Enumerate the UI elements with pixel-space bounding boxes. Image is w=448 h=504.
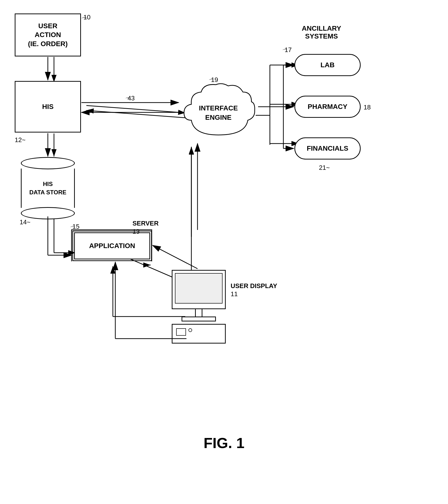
pharmacy-box: PHARMACY xyxy=(294,96,361,118)
ref-43-curve: ⌒ xyxy=(125,96,130,104)
his-data-store-label: HISDATA STORE xyxy=(29,180,66,196)
fig-label: FIG. 1 xyxy=(0,434,448,451)
his-label: HIS xyxy=(42,102,54,111)
user-action-label: USERACTION(IE. ORDER) xyxy=(28,22,68,48)
server-label: SERVER xyxy=(132,220,159,227)
financials-label: FINANCIALS xyxy=(307,144,348,153)
diagram-arrows xyxy=(0,0,448,466)
financials-box: FINANCIALS xyxy=(294,137,361,160)
lab-label: LAB xyxy=(321,61,335,70)
ref-14: 14~ xyxy=(20,218,30,226)
user-display-label: USER DISPLAY xyxy=(231,282,277,290)
ancillary-systems-label: ANCILLARYSYSTEMS xyxy=(302,25,341,40)
computer-illustration xyxy=(172,270,226,343)
arrows-svg xyxy=(0,0,448,466)
user-action-box: USERACTION(IE. ORDER) xyxy=(15,14,81,56)
ref-11: 11 xyxy=(231,290,238,298)
ref-10-curve: ⌒ xyxy=(81,16,88,25)
svg-text:ENGINE: ENGINE xyxy=(205,114,231,121)
server-bracket-top xyxy=(71,229,152,261)
svg-text:INTERFACE: INTERFACE xyxy=(199,104,238,112)
svg-line-5 xyxy=(86,110,185,118)
ref-19-curve: ⌒ xyxy=(209,78,214,85)
ref-17-curve: ⌒ xyxy=(282,48,287,55)
ref-12: 12~ xyxy=(15,136,25,144)
ref-21: 21~ xyxy=(319,164,330,172)
svg-line-34 xyxy=(153,245,197,269)
lab-box: LAB xyxy=(294,54,361,76)
interface-engine-cloud: INTERFACE ENGINE xyxy=(179,81,258,142)
svg-line-4 xyxy=(86,106,185,113)
ref-15-curve: ⌒ xyxy=(70,225,75,233)
his-data-store: HISDATA STORE xyxy=(21,157,75,219)
his-box: HIS xyxy=(15,81,81,132)
pharmacy-label: PHARMACY xyxy=(308,102,347,111)
ref-18: 18 xyxy=(364,104,371,111)
diagram: USERACTION(IE. ORDER) 10 ⌒ HIS 12~ HISDA… xyxy=(0,0,448,466)
